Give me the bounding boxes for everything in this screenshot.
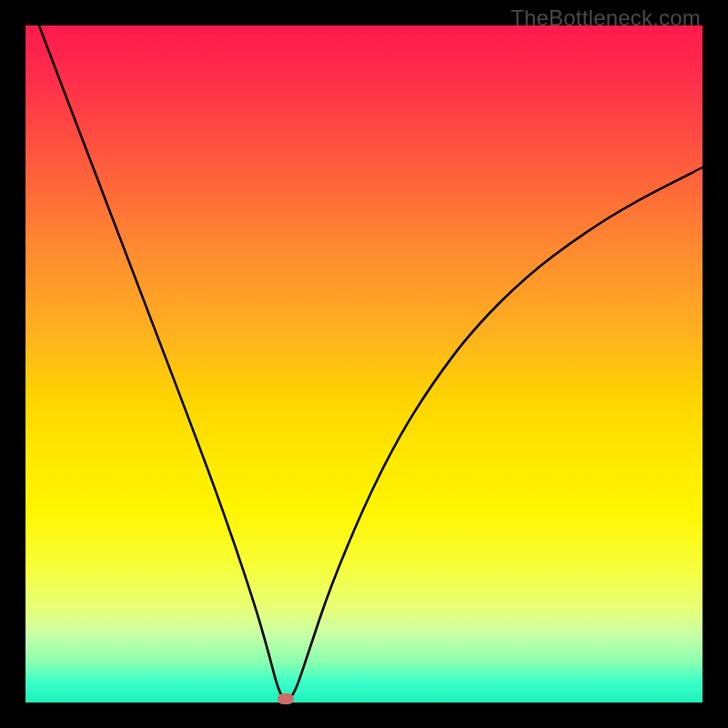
optimum-marker <box>278 693 294 704</box>
bottleneck-curve <box>25 25 703 703</box>
watermark-text: TheBottleneck.com <box>511 5 701 31</box>
chart-frame: TheBottleneck.com <box>0 0 728 728</box>
plot-area <box>25 25 703 703</box>
